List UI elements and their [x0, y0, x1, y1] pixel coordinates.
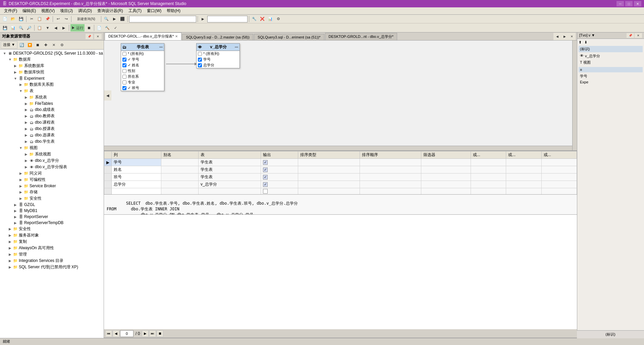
- view-table-minimize[interactable]: —: [235, 45, 238, 49]
- expand-icon[interactable]: ▶: [7, 253, 13, 256]
- tree-item[interactable]: ▶🗂dbo.学生表: [1, 138, 103, 145]
- nav-next-btn[interactable]: ▶: [142, 330, 149, 337]
- menu-debug[interactable]: 调试(D): [75, 7, 95, 14]
- expand-icon[interactable]: ▶: [18, 83, 23, 86]
- tb2-btn-10[interactable]: 📄: [96, 24, 103, 31]
- tree-item[interactable]: ▶📁存储: [1, 189, 103, 195]
- expand-icon[interactable]: ▶: [23, 133, 29, 137]
- expand-icon[interactable]: ▶: [23, 114, 29, 118]
- student-check-bh[interactable]: [122, 86, 126, 90]
- student-table-minimize[interactable]: —: [159, 45, 163, 49]
- tb-save-btn[interactable]: 💾: [17, 15, 25, 23]
- menu-file[interactable]: 文件(F): [1, 7, 20, 14]
- view-check-zxf[interactable]: [198, 63, 202, 67]
- grid-cell-sort-order[interactable]: [360, 174, 421, 181]
- nav-page-input[interactable]: [120, 330, 133, 337]
- tree-item[interactable]: ▶🗄ReportServer: [1, 214, 103, 220]
- expand-icon[interactable]: ▼: [18, 89, 23, 93]
- sql-area[interactable]: SELECT dbo.学生表.学号, dbo.学生表.姓名, dbo.学生表.班…: [104, 195, 577, 215]
- tb2-btn-6[interactable]: ▼: [44, 24, 51, 31]
- grid-cell-or2[interactable]: [506, 188, 541, 195]
- grid-cell-alias[interactable]: [161, 159, 198, 166]
- expand-icon[interactable]: ▶: [7, 240, 13, 244]
- tree-item[interactable]: ▶📁数据库关系图: [1, 81, 103, 88]
- server-input[interactable]: [129, 16, 196, 22]
- menu-tools[interactable]: 工具(T): [126, 7, 144, 14]
- output-checkbox[interactable]: [263, 189, 268, 194]
- oe-connect-btn[interactable]: 连接 ▼: [1, 41, 17, 49]
- tree-item[interactable]: ▶📁可编程性: [1, 177, 103, 183]
- tree-item[interactable]: ▶👁dbo.v_总学分报表: [1, 164, 103, 170]
- grid-cell-alias[interactable]: [161, 181, 198, 188]
- tb-btn-4[interactable]: 🔍: [103, 15, 110, 23]
- grid-cell-or3[interactable]: [541, 159, 577, 166]
- grid-cell-or3[interactable]: [541, 181, 577, 188]
- tb-btn-10[interactable]: ⚙: [275, 15, 282, 23]
- output-checkbox[interactable]: ✓: [263, 167, 268, 172]
- tree-item[interactable]: ▶📁安全性: [1, 195, 103, 202]
- student-check-szx[interactable]: [122, 75, 126, 79]
- expand-icon[interactable]: ▼: [2, 52, 7, 55]
- expand-icon[interactable]: ▼: [7, 58, 13, 61]
- grid-cell-col[interactable]: 姓名: [112, 166, 161, 174]
- tab-close-all[interactable]: ✕: [568, 33, 576, 40]
- oe-stop-btn[interactable]: ⏹: [34, 41, 42, 49]
- diagram-scroll-left[interactable]: ◀: [104, 90, 111, 100]
- student-check-all[interactable]: [122, 52, 126, 56]
- grid-cell-sort-order[interactable]: [360, 166, 421, 174]
- grid-cell-filter[interactable]: [421, 174, 471, 181]
- expand-icon[interactable]: ▶: [18, 171, 23, 175]
- oe-refresh-btn[interactable]: 🔄: [18, 41, 25, 49]
- grid-cell-or2[interactable]: [506, 174, 541, 181]
- expand-icon[interactable]: ▶: [23, 108, 29, 112]
- grid-cell-output[interactable]: [261, 188, 298, 195]
- tb-cut-btn[interactable]: ✂: [28, 15, 35, 23]
- grid-cell-or3[interactable]: [541, 174, 577, 181]
- output-checkbox[interactable]: ✓: [263, 175, 268, 180]
- grid-row[interactable]: ▶学号学生表✓: [104, 159, 577, 166]
- tab-1-close[interactable]: ✕: [175, 34, 178, 38]
- grid-cell-output[interactable]: ✓: [261, 159, 298, 166]
- expand-icon[interactable]: ▶: [13, 70, 18, 74]
- expand-icon[interactable]: ▶: [13, 203, 18, 207]
- expand-icon[interactable]: ▶: [23, 95, 29, 99]
- tb-new-btn[interactable]: 📄: [1, 15, 9, 23]
- expand-icon[interactable]: ▶: [18, 184, 23, 188]
- grid-cell-or2[interactable]: [506, 159, 541, 166]
- grid-cell-or1[interactable]: [471, 181, 506, 188]
- expand-icon[interactable]: ▶: [13, 221, 18, 225]
- student-check-zy[interactable]: [122, 80, 126, 84]
- tab-1[interactable]: DESKTOP-GROL...- dbo.v_总学分报表* ✕: [105, 32, 181, 40]
- menu-project[interactable]: 项目(J): [57, 7, 75, 14]
- grid-cell-sort-type[interactable]: [298, 166, 360, 174]
- grid-cell-output[interactable]: ✓: [261, 181, 298, 188]
- grid-cell-table[interactable]: v_总学分: [198, 181, 261, 188]
- tb-btn-7[interactable]: 🔧: [251, 15, 258, 23]
- grid-cell-output[interactable]: ✓: [261, 174, 298, 181]
- tree-item[interactable]: ▶📁系统数据库: [1, 63, 103, 69]
- grid-cell-or2[interactable]: [506, 166, 541, 174]
- expand-icon[interactable]: ▶: [7, 246, 13, 250]
- tb2-btn-9[interactable]: ⏹: [85, 24, 93, 31]
- oe-filter-btn[interactable]: 🔽: [26, 41, 34, 49]
- tb-open-btn[interactable]: 📂: [9, 15, 17, 23]
- output-checkbox[interactable]: ✓: [263, 182, 268, 187]
- expand-icon[interactable]: ▶: [7, 259, 13, 263]
- grid-cell-table[interactable]: 学生表: [198, 159, 261, 166]
- expand-icon[interactable]: ▶: [13, 64, 18, 68]
- tree-item[interactable]: ▶📁Service Broker: [1, 183, 103, 189]
- tb2-btn-11[interactable]: 🔨: [104, 24, 111, 31]
- student-check-xh[interactable]: [122, 58, 126, 62]
- expand-icon[interactable]: ▶: [18, 178, 23, 182]
- grid-cell-or1[interactable]: [471, 166, 506, 174]
- grid-row[interactable]: [104, 188, 577, 195]
- tree-item[interactable]: ▶📁系统表: [1, 94, 103, 100]
- tree-item[interactable]: ▶📁Integration Services 目录: [1, 258, 103, 264]
- tb-undo-btn[interactable]: ↩: [54, 15, 62, 23]
- right-panel-pin[interactable]: 📌: [627, 33, 634, 38]
- tree-item[interactable]: ▶📁系统视图: [1, 151, 103, 157]
- tree-item[interactable]: ▶🗂dbo.教师表: [1, 113, 103, 119]
- grid-cell-alias[interactable]: [161, 188, 198, 195]
- nav-first-btn[interactable]: ⏮: [105, 330, 112, 337]
- expand-icon[interactable]: ▶: [13, 209, 18, 213]
